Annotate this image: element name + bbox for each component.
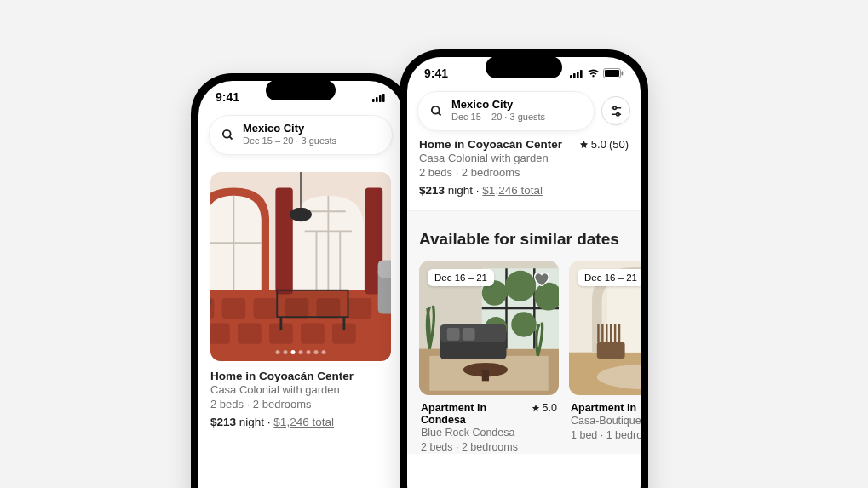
- listing-total[interactable]: $1,246 total: [273, 416, 334, 428]
- status-icons: [372, 93, 386, 102]
- similar-heading: Available for similar dates: [419, 230, 641, 261]
- svg-line-44: [438, 112, 440, 115]
- search-pill[interactable]: Mexico City Dec 15 – 20 · 3 guests: [209, 115, 393, 155]
- card-subtitle: Blue Rock Condesa: [421, 426, 557, 440]
- phone-mockup-left: 9:41 Mexico City Dec 15 – 20 · 3 guests: [191, 73, 411, 488]
- phone-notch: [266, 80, 336, 100]
- heart-icon[interactable]: [532, 269, 550, 288]
- search-details: Dec 15 – 20 · 3 guests: [243, 135, 336, 146]
- svg-rect-1: [376, 97, 378, 102]
- photo-pagination-dots: [276, 350, 326, 354]
- svg-point-4: [223, 130, 231, 138]
- status-time: 9:41: [216, 90, 239, 104]
- svg-point-29: [290, 207, 312, 221]
- search-location: Mexico City: [451, 99, 545, 111]
- listing-title: Home in Coyoacán Center: [419, 138, 562, 151]
- rating-value: 5.0: [591, 138, 606, 151]
- listing-subtitle: Casa Colonial with garden: [419, 151, 629, 166]
- svg-rect-64: [463, 328, 475, 341]
- svg-rect-37: [573, 73, 576, 78]
- svg-rect-42: [622, 72, 624, 76]
- listing-price-unit: night: [448, 184, 473, 197]
- card-rating-value: 5.0: [543, 402, 557, 414]
- listing-subtitle: Casa Colonial with garden: [210, 382, 391, 398]
- svg-rect-63: [447, 328, 460, 341]
- svg-point-46: [612, 106, 615, 109]
- svg-rect-10: [254, 298, 278, 319]
- listing-price-unit: night: [239, 416, 264, 428]
- listing-title: Home in Coyoacán Center: [210, 370, 391, 382]
- search-icon: [221, 129, 234, 141]
- top-listing[interactable]: Home in Coyoacán Center 5.0 (50) Casa Co…: [407, 138, 641, 211]
- svg-rect-41: [605, 70, 619, 77]
- svg-point-43: [432, 106, 440, 114]
- wifi-icon: [587, 69, 600, 78]
- search-location: Mexico City: [243, 123, 336, 135]
- svg-rect-30: [277, 290, 348, 316]
- svg-rect-9: [222, 298, 246, 319]
- svg-point-48: [616, 112, 618, 115]
- listing-rating: 5.0 (50): [579, 138, 629, 151]
- card-rating: 5.0: [532, 402, 557, 414]
- listing-rooms: 2 beds · 2 bedrooms: [419, 165, 629, 181]
- listing-photo[interactable]: [210, 172, 391, 361]
- filter-button[interactable]: [601, 96, 630, 125]
- svg-rect-26: [275, 187, 292, 294]
- card-rooms: 2 beds · 2 bedrooms: [421, 440, 557, 455]
- card-date-pill: Dec 16 – 21: [578, 269, 641, 286]
- star-icon: [579, 140, 589, 149]
- listing-price-row: $213 night · $1,246 total: [419, 184, 629, 207]
- svg-rect-66: [482, 370, 489, 381]
- phone-mockup-right: 9:41 Mexico City Dec 15 – 20 · 3 guests: [400, 49, 648, 488]
- listing-price: $213: [210, 416, 236, 428]
- svg-rect-0: [372, 99, 375, 102]
- svg-line-5: [229, 136, 232, 139]
- svg-point-60: [511, 312, 537, 337]
- card-subtitle: Casa-Boutique: [571, 414, 641, 428]
- svg-rect-70: [597, 342, 625, 359]
- card-photo: Dec 16 – 21: [419, 261, 559, 395]
- card-date-pill: Dec 16 – 21: [428, 269, 494, 286]
- svg-rect-2: [379, 95, 382, 102]
- star-icon: [532, 404, 540, 412]
- cellular-icon: [372, 93, 386, 102]
- svg-rect-38: [577, 72, 579, 78]
- card-title: Apartment in Condesa: [421, 402, 532, 426]
- svg-rect-34: [378, 260, 391, 277]
- listing-rooms: 2 beds · 2 bedrooms: [210, 397, 391, 412]
- similar-card[interactable]: Dec 16 – 21 Apartment in Casa-Boutique 1…: [569, 261, 641, 455]
- listing-price: $213: [419, 184, 445, 197]
- search-pill[interactable]: Mexico City Dec 15 – 20 · 3 guests: [417, 91, 595, 131]
- listing-price-row: $213 night · $1,246 total: [210, 416, 391, 428]
- battery-icon: [603, 68, 624, 78]
- cellular-icon: [570, 69, 583, 78]
- svg-rect-15: [238, 323, 262, 343]
- similar-dates-section: Available for similar dates: [407, 211, 641, 455]
- card-rooms: 1 bed · 1 bedroom: [571, 428, 641, 443]
- svg-rect-17: [301, 323, 325, 343]
- svg-rect-13: [348, 298, 372, 319]
- similar-card[interactable]: Dec 16 – 21 Apartment in Condesa 5.0: [419, 261, 559, 455]
- svg-rect-14: [210, 323, 230, 343]
- search-details: Dec 15 – 20 · 3 guests: [451, 111, 545, 123]
- status-icons: [570, 68, 624, 78]
- search-icon: [430, 105, 443, 118]
- sliders-icon: [610, 105, 623, 118]
- card-photo: Dec 16 – 21: [569, 261, 641, 395]
- status-time: 9:41: [424, 66, 448, 80]
- listing-total[interactable]: $1,246 total: [482, 184, 543, 197]
- card-title: Apartment in: [571, 402, 641, 414]
- svg-rect-3: [382, 94, 385, 102]
- rating-count: (50): [609, 138, 629, 151]
- phone-notch: [486, 56, 562, 78]
- svg-rect-36: [570, 75, 572, 78]
- svg-rect-39: [580, 70, 583, 78]
